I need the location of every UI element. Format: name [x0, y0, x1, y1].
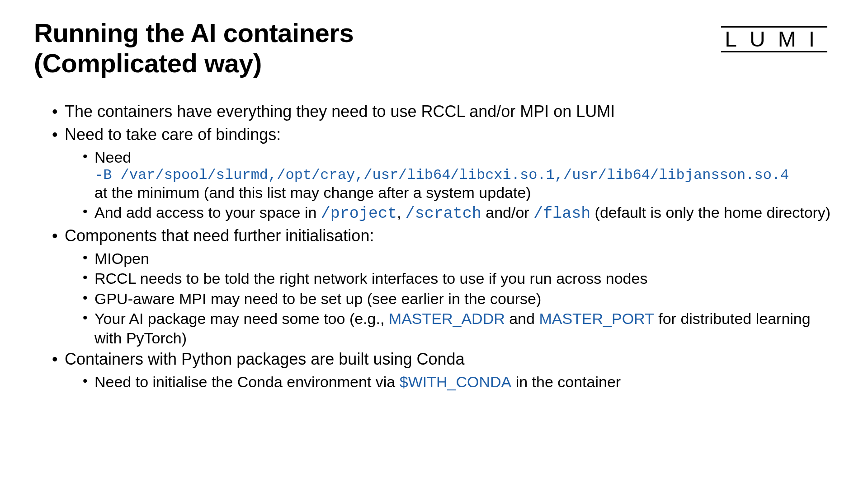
sub-text: MIOpen [94, 250, 149, 267]
lumi-logo-text: LUMI [721, 26, 827, 52]
sub-text-pre: Need [94, 149, 131, 166]
bullet-components-init: Components that need further initialisat… [52, 225, 834, 347]
bullet-text: Containers with Python packages are buil… [65, 350, 465, 368]
bullet-text: Components that need further initialisat… [65, 226, 374, 245]
code-master-addr: MASTER_ADDR [389, 310, 505, 327]
sub-text-pre: And add access to your space in [94, 204, 321, 221]
components-sublist: MIOpen RCCL needs to be told the right n… [65, 249, 834, 348]
slide-title: Running the AI containers (Complicated w… [34, 18, 354, 78]
lumi-logo: LUMI [721, 26, 827, 52]
code-path-flash: /flash [533, 205, 590, 223]
sub-text-post: in the container [511, 373, 621, 390]
sub-bullet-access-space: And add access to your space in /project… [83, 203, 834, 224]
sub-bullet-miopen: MIOpen [83, 249, 834, 268]
sub-bullet-with-conda: Need to initialise the Conda environment… [83, 372, 834, 392]
bindings-sublist: Need -B /var/spool/slurmd,/opt/cray,/usr… [65, 148, 834, 224]
code-master-port: MASTER_PORT [539, 310, 654, 327]
sep: and [505, 310, 539, 327]
sub-bullet-ai-package: Your AI package may need some too (e.g.,… [83, 309, 834, 347]
slide-header: Running the AI containers (Complicated w… [34, 18, 834, 78]
sub-text: RCCL needs to be told the right network … [94, 270, 647, 287]
title-line-2: (Complicated way) [34, 48, 262, 78]
sub-text-post: (default is only the home directory) [590, 204, 830, 221]
sub-bullet-rccl-net: RCCL needs to be told the right network … [83, 269, 834, 288]
bullet-text: The containers have everything they need… [65, 102, 615, 121]
code-with-conda: $WITH_CONDA [400, 373, 511, 390]
sep: , [397, 204, 406, 221]
sub-text-pre: Your AI package may need some too (e.g., [94, 310, 389, 327]
sub-text-post: at the minimum (and this list may change… [94, 184, 531, 201]
sep: and/or [481, 204, 533, 221]
bullet-rccl-mpi: The containers have everything they need… [52, 101, 834, 123]
bullet-conda: Containers with Python packages are buil… [52, 348, 834, 391]
title-line-1: Running the AI containers [34, 18, 354, 47]
conda-sublist: Need to initialise the Conda environment… [65, 372, 834, 392]
code-bind-flag: -B /var/spool/slurmd,/opt/cray,/usr/lib6… [94, 168, 834, 183]
content-list: The containers have everything they need… [34, 101, 834, 391]
sub-text-pre: Need to initialise the Conda environment… [94, 373, 400, 390]
code-path-project: /project [321, 205, 397, 223]
bullet-bindings: Need to take care of bindings: Need -B /… [52, 124, 834, 224]
code-path-scratch: /scratch [406, 205, 481, 223]
sub-text: GPU-aware MPI may need to be set up (see… [94, 290, 541, 307]
bullet-text: Need to take care of bindings: [65, 125, 281, 144]
sub-bullet-gpu-mpi: GPU-aware MPI may need to be set up (see… [83, 289, 834, 309]
sub-bullet-need-bind: Need -B /var/spool/slurmd,/opt/cray,/usr… [83, 148, 834, 202]
